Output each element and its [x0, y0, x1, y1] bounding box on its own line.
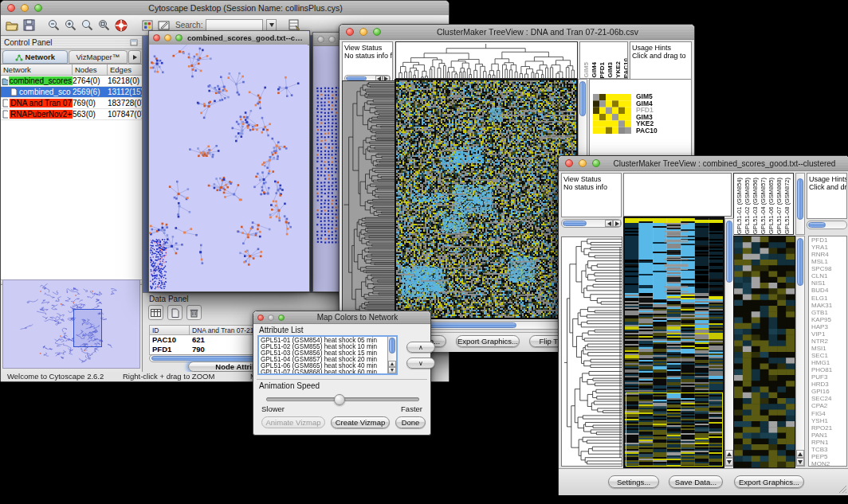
- gene-label[interactable]: CLN1: [811, 272, 846, 279]
- network-frame-1-titlebar[interactable]: combined_scores_good.txt--cluste...: [149, 31, 309, 45]
- create-vizmap-button[interactable]: Create Vizmap: [331, 416, 390, 428]
- gene-label[interactable]: ELG1: [811, 295, 846, 302]
- save-data-button[interactable]: Save Data...: [669, 475, 723, 488]
- gene-label[interactable]: PEP5: [811, 453, 846, 460]
- birdseye-view[interactable]: [2, 279, 140, 369]
- done-button[interactable]: Done: [395, 416, 426, 428]
- gene-label[interactable]: PAN1: [811, 432, 846, 439]
- close-button[interactable]: [153, 34, 160, 41]
- float-panel-icon[interactable]: [130, 35, 139, 49]
- zoom-selected-icon[interactable]: [97, 18, 111, 32]
- export-graphics-button[interactable]: Export Graphics...: [456, 335, 520, 347]
- treeview2-zoom-heatmap[interactable]: [734, 236, 795, 467]
- move-up-button[interactable]: ∧: [406, 342, 435, 353]
- gene-label[interactable]: CPA2: [811, 402, 846, 409]
- attribute-table-icon[interactable]: [148, 305, 163, 320]
- search-input[interactable]: [206, 19, 263, 31]
- close-button[interactable]: [565, 159, 573, 167]
- treeview2-hints-hscrollbar[interactable]: [807, 221, 847, 229]
- network-row-combined-scores[interactable]: combined_scores 2764(0) 16218(0): [1, 76, 142, 87]
- gene-label[interactable]: TCB3: [811, 446, 846, 453]
- attribute-list-vscrollbar[interactable]: [387, 337, 396, 373]
- new-attribute-icon[interactable]: [167, 305, 183, 320]
- gene-label[interactable]: MON2: [811, 460, 846, 467]
- minimize-button[interactable]: [359, 28, 367, 36]
- minimize-button[interactable]: [268, 315, 274, 321]
- treeview1-heatmap-canvas[interactable]: [396, 80, 576, 318]
- gene-label[interactable]: YRA1: [811, 244, 846, 251]
- treeview1-column-dendrogram[interactable]: [396, 42, 577, 78]
- animate-vizmap-button[interactable]: Animate Vizmap: [261, 416, 325, 428]
- treeview1-mini-heatmap[interactable]: [593, 94, 631, 134]
- minimize-button[interactable]: [328, 36, 336, 43]
- minimize-button[interactable]: [164, 34, 171, 41]
- gene-label[interactable]: PUF3: [811, 373, 846, 381]
- gene-label[interactable]: RPN1: [811, 439, 846, 446]
- zoom-in-icon[interactable]: [64, 18, 77, 32]
- treeview1-row-dendrogram[interactable]: [343, 81, 395, 317]
- col-edges[interactable]: Edges: [108, 64, 142, 75]
- network-view-canvas[interactable]: [149, 45, 308, 291]
- treeview2-status-hscrollbar[interactable]: [561, 219, 622, 228]
- gene-label[interactable]: BUD4: [811, 287, 846, 294]
- gene-label[interactable]: MAK31: [811, 302, 846, 309]
- network-row-combined-sco-selected[interactable]: combined_sco 2569(6) 13112(15): [1, 87, 142, 98]
- main-titlebar[interactable]: Cytoscape Desktop (Session Name: collins…: [1, 1, 449, 16]
- gene-label[interactable]: HAP3: [811, 323, 846, 330]
- attribute-list-item[interactable]: GPL51-07 (GSM868) heat shock 60 min: [259, 369, 387, 375]
- treeview2-row-dendrogram[interactable]: [562, 237, 622, 466]
- treeview1-titlebar[interactable]: ClusterMaker TreeView : DNA and Tran 07-…: [340, 25, 694, 40]
- settings-button[interactable]: Settings...: [608, 475, 659, 488]
- minimize-button[interactable]: [579, 159, 587, 167]
- gene-label[interactable]: MSL1: [811, 258, 846, 265]
- gene-label[interactable]: GPI16: [811, 388, 846, 395]
- gene-label[interactable]: HRD3: [811, 381, 846, 388]
- gene-label[interactable]: PFD1: [811, 236, 846, 244]
- network-row-rnapuber[interactable]: RNAPuberNov2+ 563(0) 107847(0): [1, 109, 142, 120]
- col-network[interactable]: Network: [1, 64, 73, 75]
- close-button[interactable]: [346, 28, 354, 36]
- zoom-fit-icon[interactable]: [80, 18, 94, 32]
- network-row-dna-tran[interactable]: DNA and Tran 07 769(0) 183728(0): [1, 98, 142, 109]
- tab-overflow-button[interactable]: [128, 50, 141, 64]
- map-dialog-titlebar[interactable]: Map Colors to Network: [253, 311, 430, 324]
- gene-label[interactable]: KAP95: [811, 316, 846, 323]
- col-nodes[interactable]: Nodes: [73, 64, 108, 75]
- close-button[interactable]: [317, 36, 324, 43]
- delete-attribute-icon[interactable]: [186, 305, 202, 320]
- gene-label[interactable]: VIP1: [811, 330, 846, 338]
- heatmap-selection-rect[interactable]: [626, 393, 723, 467]
- gene-label[interactable]: HMG1: [811, 359, 846, 366]
- attribute-listbox[interactable]: GPL51-01 (GSM854) heat shock 05 minGPL51…: [257, 335, 398, 375]
- save-icon[interactable]: [22, 18, 36, 32]
- animation-speed-slider[interactable]: [266, 397, 419, 401]
- help-lifering-icon[interactable]: [114, 18, 128, 32]
- gene-label[interactable]: PHO81: [811, 366, 846, 373]
- export-graphics-button[interactable]: Export Graphics...: [734, 475, 804, 488]
- data-col-id[interactable]: ID: [150, 326, 190, 334]
- close-button[interactable]: [257, 315, 264, 321]
- zoom-window-button[interactable]: [373, 28, 381, 36]
- gene-label[interactable]: SPC98: [811, 265, 846, 272]
- zoom-out-icon[interactable]: [47, 18, 61, 32]
- minimize-button[interactable]: [21, 4, 29, 12]
- treeview2-labels-vscrollbar[interactable]: [795, 173, 805, 235]
- search-dropdown-button[interactable]: [266, 19, 277, 31]
- slider-thumb[interactable]: [334, 394, 345, 405]
- gene-label[interactable]: GTB1: [811, 309, 846, 316]
- gene-label[interactable]: RPO21: [811, 424, 846, 432]
- close-button[interactable]: [7, 4, 15, 12]
- move-down-button[interactable]: ∨: [406, 357, 435, 369]
- tab-network[interactable]: Network: [2, 50, 68, 64]
- gene-label[interactable]: YSH1: [811, 417, 846, 424]
- treeview2-titlebar[interactable]: ClusterMaker TreeView : combined_scores_…: [559, 156, 848, 171]
- zoom-window-button[interactable]: [175, 34, 183, 41]
- open-file-icon[interactable]: [6, 18, 19, 32]
- zoom-window-button[interactable]: [34, 4, 42, 12]
- resize-grip-icon[interactable]: [838, 484, 847, 494]
- tab-vizmapper[interactable]: VizMapper™: [69, 50, 128, 64]
- treeview2-zoom-vscrollbar[interactable]: [795, 236, 805, 467]
- gene-label[interactable]: SEC24: [811, 395, 846, 402]
- gene-label[interactable]: SEC1: [811, 352, 846, 359]
- gene-label[interactable]: NTR2: [811, 338, 846, 345]
